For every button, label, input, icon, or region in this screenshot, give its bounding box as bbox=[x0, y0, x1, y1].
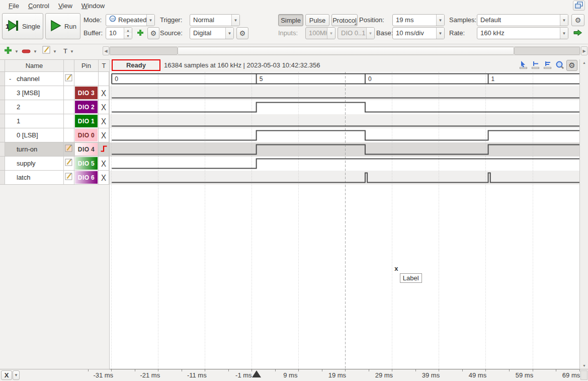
trigger-cell[interactable] bbox=[99, 72, 109, 86]
samples-select[interactable]: Default ▼ bbox=[477, 14, 568, 26]
row-grip[interactable] bbox=[0, 72, 5, 86]
trigger-cell[interactable] bbox=[99, 142, 109, 156]
mode-select[interactable]: HRepeated ▼ bbox=[106, 14, 155, 26]
samples-options-button[interactable]: ⚙ bbox=[571, 14, 584, 26]
run-button[interactable]: Run bbox=[45, 13, 80, 39]
chevron-down-icon[interactable]: ▼ bbox=[15, 49, 19, 54]
trigger-pulse-button[interactable]: Pulse bbox=[305, 14, 329, 26]
pin-badge[interactable]: DIO 2 bbox=[75, 101, 98, 113]
plot-settings-button[interactable]: ⚙ bbox=[566, 60, 577, 71]
channel-row[interactable]: 1DIO 1X bbox=[0, 114, 110, 128]
channel-row[interactable]: 0 [LSB]DIO 0X bbox=[0, 128, 110, 142]
pin-badge[interactable]: DIO 3 bbox=[75, 87, 98, 99]
trigger-cell[interactable]: X bbox=[99, 100, 109, 114]
add-channel-button[interactable] bbox=[3, 46, 13, 56]
channel-name: 3 [MSB] bbox=[5, 86, 64, 100]
menu-control[interactable]: Control bbox=[24, 1, 54, 11]
inputs-range-select[interactable]: DIO 0..1 ▼ bbox=[338, 27, 375, 39]
pin-badge[interactable]: DIO 5 bbox=[75, 157, 98, 170]
row-grip[interactable] bbox=[0, 142, 5, 156]
chevron-down-icon[interactable]: ▼ bbox=[53, 49, 57, 54]
note-icon[interactable] bbox=[65, 74, 73, 84]
trigger-cell[interactable]: X bbox=[99, 171, 109, 184]
trigger-position-icon[interactable] bbox=[252, 370, 261, 377]
inputs-clock-select[interactable]: 100MH ▼ bbox=[305, 27, 335, 39]
channel-row[interactable]: 3 [MSB]DIO 3X bbox=[0, 86, 110, 100]
axis-tick bbox=[462, 369, 463, 371]
pin-badge[interactable]: DIO 4 bbox=[75, 143, 98, 156]
channel-row[interactable]: supplyDIO 5X bbox=[0, 157, 110, 171]
pin-badge[interactable]: DIO 6 bbox=[75, 171, 98, 184]
trigger-simple-button[interactable]: Simple bbox=[278, 14, 303, 26]
hscroll-thumb[interactable] bbox=[178, 47, 514, 55]
buffer-spinner[interactable]: 10 ▲▼ bbox=[106, 27, 132, 39]
base-select[interactable]: 10 ms/div ▼ bbox=[392, 27, 445, 39]
row-grip[interactable] bbox=[0, 171, 5, 184]
expander-icon[interactable]: - bbox=[9, 75, 11, 83]
trigger-cell[interactable]: X bbox=[99, 114, 109, 128]
chevron-down-icon[interactable]: ▼ bbox=[70, 49, 74, 54]
channel-row[interactable]: -channel bbox=[0, 72, 110, 86]
menu-window[interactable]: Window bbox=[77, 1, 109, 11]
annotation-label[interactable]: Label bbox=[400, 273, 422, 283]
spin-down-icon[interactable]: ▼ bbox=[124, 33, 132, 39]
menu-file[interactable]: File bbox=[4, 1, 24, 11]
horizontal-scrollbar[interactable] bbox=[109, 46, 580, 55]
scroll-right-button[interactable]: ▶ bbox=[581, 46, 587, 55]
channel-row[interactable]: latchDIO 6X bbox=[0, 171, 110, 185]
rate-select[interactable]: 160 kHz ▼ bbox=[477, 27, 568, 39]
row-grip[interactable] bbox=[0, 128, 5, 142]
pointer-tool-button[interactable] bbox=[518, 60, 529, 71]
note-icon[interactable] bbox=[65, 144, 73, 154]
pin-badge[interactable]: DIO 1 bbox=[75, 115, 98, 127]
x-cursor-selector-button[interactable]: X bbox=[1, 370, 12, 380]
chevron-down-icon: ▼ bbox=[366, 28, 374, 39]
zoom-tool-button[interactable] bbox=[554, 60, 565, 71]
note-cell bbox=[64, 114, 74, 128]
apply-button[interactable] bbox=[571, 27, 584, 39]
trigger-cell[interactable]: X bbox=[99, 157, 109, 170]
x-cursor-dropdown-button[interactable]: ▼ bbox=[13, 370, 20, 380]
row-grip[interactable] bbox=[0, 86, 5, 100]
edit-note-button[interactable] bbox=[41, 46, 51, 56]
scroll-left-button[interactable]: ◀ bbox=[103, 46, 109, 55]
remove-channel-button[interactable] bbox=[21, 46, 31, 56]
trigger-cell[interactable]: X bbox=[99, 128, 109, 142]
buffer-options-button[interactable]: ⚙ bbox=[147, 27, 159, 39]
plot-area[interactable]: 0501 x Label bbox=[109, 72, 580, 369]
menu-bar: FileControlViewWindow bbox=[0, 0, 588, 11]
trigger-cell[interactable]: X bbox=[99, 86, 109, 100]
chevron-down-icon[interactable]: ▼ bbox=[33, 49, 37, 54]
scroll-down-button[interactable]: ▼ bbox=[580, 362, 588, 369]
source-value: Digital bbox=[190, 28, 225, 39]
scroll-up-button[interactable]: ▲ bbox=[580, 59, 588, 66]
x-cursor-tool-button[interactable] bbox=[530, 60, 541, 71]
note-icon[interactable] bbox=[65, 159, 73, 168]
annotation-marker[interactable]: x bbox=[394, 265, 398, 272]
pin-badge[interactable]: DIO 0 bbox=[75, 129, 98, 141]
source-options-button[interactable]: ⚙ bbox=[236, 27, 248, 39]
restore-window-button[interactable] bbox=[573, 1, 585, 11]
row-grip[interactable] bbox=[0, 157, 5, 170]
axis-label: 69 ms bbox=[562, 371, 580, 379]
trigger-protocol-button[interactable]: Protocol bbox=[331, 14, 358, 26]
row-grip[interactable] bbox=[0, 114, 5, 128]
add-buffer-button[interactable] bbox=[135, 27, 146, 39]
row-grip[interactable] bbox=[0, 100, 5, 114]
hscroll-range-left[interactable] bbox=[110, 47, 178, 55]
single-button[interactable]: 1 Single bbox=[2, 13, 43, 39]
note-icon[interactable] bbox=[65, 173, 73, 182]
hscroll-range-right[interactable] bbox=[514, 47, 580, 55]
channel-row[interactable]: turn-onDIO 4 bbox=[0, 142, 110, 157]
channel-row[interactable]: 2DIO 2X bbox=[0, 100, 110, 114]
text-tool-button[interactable]: T bbox=[60, 46, 70, 56]
menu-view[interactable]: View bbox=[54, 1, 77, 11]
source-select[interactable]: Digital ▼ bbox=[190, 27, 234, 39]
spin-up-icon[interactable]: ▲ bbox=[124, 28, 132, 33]
trigger-select[interactable]: Normal ▼ bbox=[190, 14, 240, 26]
inputs-range-value: DIO 0..1 bbox=[338, 28, 366, 39]
y-cursor-tool-button[interactable] bbox=[542, 60, 553, 71]
position-select[interactable]: 19 ms ▼ bbox=[392, 14, 445, 26]
vertical-scrollbar[interactable]: ▲ ▼ bbox=[579, 59, 588, 369]
mode-value: Repeated bbox=[118, 15, 146, 26]
